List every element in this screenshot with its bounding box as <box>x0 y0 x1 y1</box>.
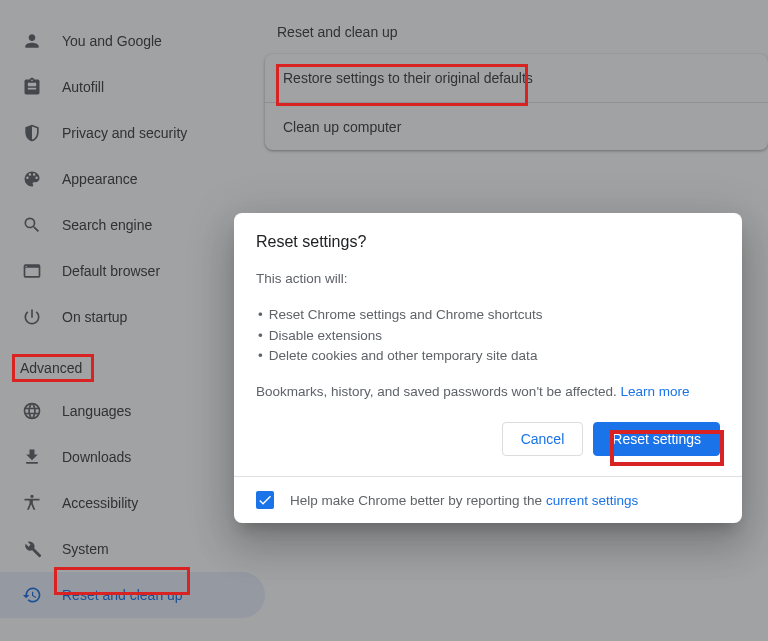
sidebar-item-you-and-google[interactable]: You and Google <box>0 18 265 64</box>
cancel-button[interactable]: Cancel <box>502 422 584 456</box>
dialog-bullet: Reset Chrome settings and Chrome shortcu… <box>256 305 720 325</box>
sidebar-item-label: You and Google <box>62 33 162 49</box>
current-settings-link[interactable]: current settings <box>546 493 638 508</box>
reset-settings-button[interactable]: Reset settings <box>593 422 720 456</box>
learn-more-link[interactable]: Learn more <box>621 384 690 399</box>
accessibility-icon <box>20 491 44 515</box>
sidebar-item-appearance[interactable]: Appearance <box>0 156 265 202</box>
person-icon <box>20 29 44 53</box>
clipboard-icon <box>20 75 44 99</box>
dialog-title: Reset settings? <box>256 233 720 251</box>
sidebar-item-label: Privacy and security <box>62 125 187 141</box>
dialog-bullet: Delete cookies and other temporary site … <box>256 346 720 366</box>
row-restore-defaults[interactable]: Restore settings to their original defau… <box>265 54 768 102</box>
wrench-icon <box>20 537 44 561</box>
dialog-bullet-list: Reset Chrome settings and Chrome shortcu… <box>256 305 720 366</box>
reset-card: Restore settings to their original defau… <box>265 54 768 150</box>
palette-icon <box>20 167 44 191</box>
globe-icon <box>20 399 44 423</box>
sidebar-item-accessibility[interactable]: Accessibility <box>0 480 265 526</box>
advanced-label: Advanced <box>20 360 82 376</box>
sidebar-item-label: On startup <box>62 309 127 325</box>
row-label: Restore settings to their original defau… <box>283 70 533 86</box>
browser-icon <box>20 259 44 283</box>
sidebar-item-label: Default browser <box>62 263 160 279</box>
section-title: Reset and clean up <box>265 24 768 40</box>
download-icon <box>20 445 44 469</box>
sidebar-item-autofill[interactable]: Autofill <box>0 64 265 110</box>
sidebar-item-label: Accessibility <box>62 495 138 511</box>
sidebar-item-label: Appearance <box>62 171 138 187</box>
sidebar-item-label: Downloads <box>62 449 131 465</box>
sidebar-item-on-startup[interactable]: On startup <box>0 294 265 340</box>
dialog-note: Bookmarks, history, and saved passwords … <box>256 382 720 402</box>
power-icon <box>20 305 44 329</box>
restore-icon <box>20 583 44 607</box>
dialog-bullet: Disable extensions <box>256 326 720 346</box>
sidebar-item-privacy-and-security[interactable]: Privacy and security <box>0 110 265 156</box>
dialog-footer-text: Help make Chrome better by reporting the… <box>290 493 638 508</box>
row-clean-up-computer[interactable]: Clean up computer <box>265 102 768 150</box>
advanced-section-toggle[interactable]: Advanced <box>0 348 265 388</box>
sidebar-item-label: Search engine <box>62 217 152 233</box>
sidebar-item-label: Reset and clean up <box>62 587 183 603</box>
sidebar-item-label: System <box>62 541 109 557</box>
reset-settings-dialog: Reset settings? This action will: Reset … <box>234 213 742 523</box>
search-icon <box>20 213 44 237</box>
sidebar-item-default-browser[interactable]: Default browser <box>0 248 265 294</box>
row-label: Clean up computer <box>283 119 401 135</box>
check-icon <box>257 492 273 508</box>
settings-sidebar: You and Google Autofill Privacy and secu… <box>0 0 265 641</box>
sidebar-item-languages[interactable]: Languages <box>0 388 265 434</box>
sidebar-item-reset-and-clean-up[interactable]: Reset and clean up <box>0 572 265 618</box>
sidebar-item-system[interactable]: System <box>0 526 265 572</box>
sidebar-item-downloads[interactable]: Downloads <box>0 434 265 480</box>
sidebar-item-search-engine[interactable]: Search engine <box>0 202 265 248</box>
shield-icon <box>20 121 44 145</box>
report-settings-checkbox[interactable] <box>256 491 274 509</box>
dialog-intro: This action will: <box>256 269 720 289</box>
sidebar-item-label: Languages <box>62 403 131 419</box>
sidebar-item-label: Autofill <box>62 79 104 95</box>
